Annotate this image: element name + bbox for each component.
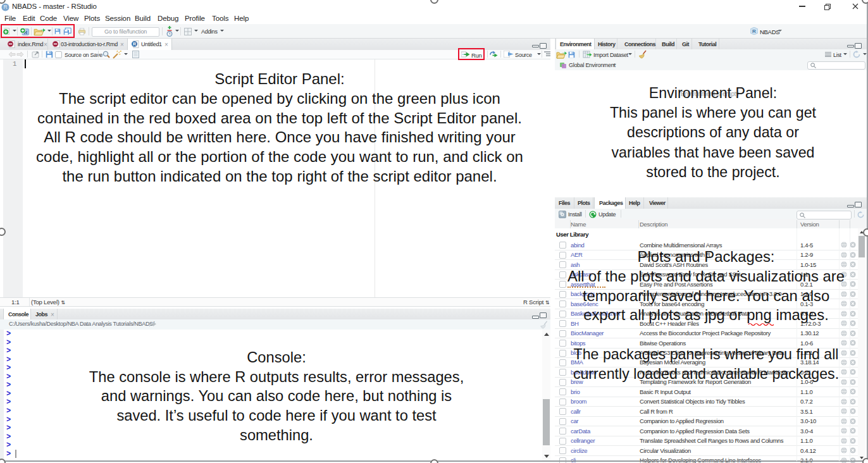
svg-text:R: R bbox=[3, 4, 7, 10]
svg-text:R: R bbox=[133, 42, 136, 46]
svg-text:R: R bbox=[752, 28, 756, 34]
